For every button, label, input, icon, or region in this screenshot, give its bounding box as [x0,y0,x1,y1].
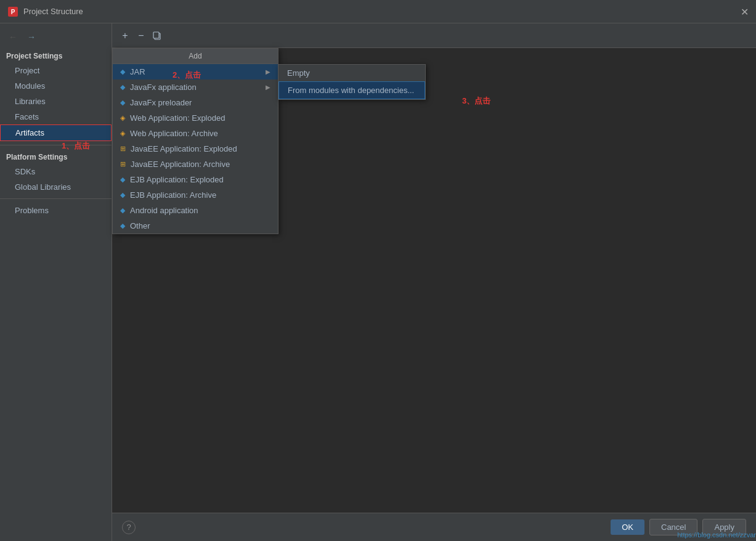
submenu-empty[interactable]: Empty [278,65,425,81]
copy-button[interactable] [150,29,164,43]
nav-row: ← → [0,28,112,48]
apply-button[interactable]: Apply [702,519,746,535]
menu-item-jar-label: JAR [130,67,261,76]
menu-item-ejb-archive[interactable]: ◆ EJB Application: Archive [113,187,278,203]
submenu-from-modules[interactable]: From modules with dependencies... [278,81,425,99]
menu-item-javaee-exploded-label: JavaEE Application: Exploded [131,144,270,153]
sidebar-item-libraries[interactable]: Libraries [0,94,112,109]
back-button[interactable]: ← [6,31,20,43]
menu-item-ejb-exploded[interactable]: ◆ EJB Application: Exploded [113,172,278,187]
android-icon: ◆ [120,206,125,214]
submenu-empty-label: Empty [287,68,310,78]
menu-item-ejb-archive-label: EJB Application: Archive [130,190,270,200]
jar-submenu-arrow: ▶ [266,68,270,75]
divider [0,145,112,145]
menu-item-webapp-exploded-label: Web Application: Exploded [130,113,270,123]
ejb-archive-icon: ◆ [120,191,125,199]
menu-item-webapp-exploded[interactable]: ◈ Web Application: Exploded [113,110,278,126]
toolbar: + − [112,23,756,48]
javaee-exploded-icon: ⊞ [120,145,126,153]
content-area: + − Add ◆ JAR ▶ [112,23,756,541]
help-button[interactable]: ? [122,521,136,534]
title-bar: P Project Structure ✕ [0,0,756,23]
menu-item-other-label: Other [130,221,270,230]
menu-item-jar[interactable]: ◆ JAR ▶ Empty From modules with dependen… [113,64,278,79]
project-settings-header: Project Settings [0,48,112,63]
cancel-button[interactable]: Cancel [649,519,697,535]
javafx-preloader-icon: ◆ [120,99,125,107]
ejb-exploded-icon: ◆ [120,176,125,184]
menu-item-javafx-app-label: JavaFx application [130,83,261,92]
close-button[interactable]: ✕ [741,6,749,17]
webapp-archive-icon: ◈ [120,129,125,137]
sidebar-item-problems[interactable]: Problems [0,203,112,218]
platform-settings-header: Platform Settings [0,149,112,164]
javafx-app-icon: ◆ [120,83,125,91]
menu-item-other[interactable]: ◆ Other [113,218,278,234]
menu-item-ejb-exploded-label: EJB Application: Exploded [130,175,270,184]
sidebar: ← → Project Settings Project Modules Lib… [0,23,112,541]
menu-item-javafx-app[interactable]: ◆ JavaFx application ▶ [113,79,278,95]
add-button[interactable]: + [118,29,132,43]
menu-item-javafx-preloader-label: JavaFx preloader [130,98,270,107]
menu-item-android[interactable]: ◆ Android application [113,203,278,218]
menu-item-android-label: Android application [130,206,270,215]
sidebar-item-modules[interactable]: Modules [0,78,112,94]
jar-submenu: Empty From modules with dependencies... [278,64,426,100]
ok-button[interactable]: OK [611,519,644,535]
webapp-exploded-icon: ◈ [120,114,125,122]
bottom-bar: ? OK Cancel Apply [112,513,756,541]
main-layout: ← → Project Settings Project Modules Lib… [0,23,756,541]
forward-button[interactable]: → [25,31,38,43]
menu-item-javaee-archive[interactable]: ⊞ JavaEE Application: Archive [113,157,278,172]
submenu-from-modules-label: From modules with dependencies... [288,86,414,95]
sidebar-item-facets[interactable]: Facets [0,109,112,124]
divider2 [0,198,112,199]
svg-rect-3 [153,32,159,38]
sidebar-item-sdks[interactable]: SDKs [0,164,112,179]
bottom-left: ? [122,521,136,534]
menu-item-javaee-exploded[interactable]: ⊞ JavaEE Application: Exploded [113,141,278,157]
sidebar-item-project[interactable]: Project [0,63,112,78]
app-icon: P [7,6,18,17]
add-menu: Add ◆ JAR ▶ Empty From modules with depe… [112,48,278,234]
menu-item-webapp-archive-label: Web Application: Archive [130,129,270,138]
window-title: Project Structure [23,7,83,16]
javaee-archive-icon: ⊞ [120,160,126,168]
sidebar-item-global-libraries[interactable]: Global Libraries [0,179,112,195]
menu-item-javaee-archive-label: JavaEE Application: Archive [131,160,270,169]
javafx-app-arrow: ▶ [266,84,270,91]
dropdown-overlay: Add ◆ JAR ▶ Empty From modules with depe… [112,48,278,234]
sidebar-item-artifacts[interactable]: Artifacts [0,124,112,141]
add-menu-header: Add [113,49,278,64]
menu-item-javafx-preloader[interactable]: ◆ JavaFx preloader [113,95,278,110]
remove-button[interactable]: − [134,29,148,43]
menu-item-webapp-archive[interactable]: ◈ Web Application: Archive [113,126,278,141]
svg-text:P: P [11,9,15,15]
jar-icon: ◆ [120,68,125,76]
other-icon: ◆ [120,222,125,230]
